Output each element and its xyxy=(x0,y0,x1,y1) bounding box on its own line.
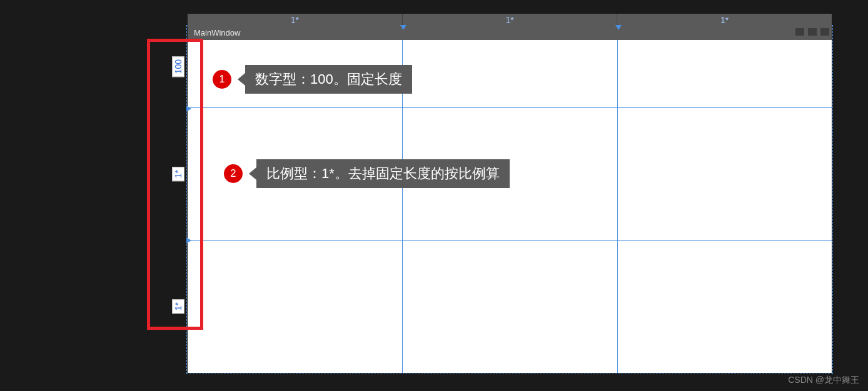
annotation-badge: 2 xyxy=(224,164,243,183)
col-header-0[interactable]: 1* xyxy=(188,14,403,26)
column-ruler[interactable]: 1* 1* 1* xyxy=(188,14,832,26)
grid-row-divider[interactable] xyxy=(188,240,832,241)
col-resize-marker-icon[interactable] xyxy=(615,25,622,30)
watermark: CSDN @龙中舞王 xyxy=(788,375,859,386)
row-resize-marker-icon[interactable] xyxy=(186,106,191,112)
close-icon[interactable] xyxy=(820,28,829,36)
callout-arrow-icon xyxy=(238,73,245,86)
row-label: 1* xyxy=(172,299,184,314)
annotation-callout-2: 2 比例型：1*。去掉固定长度的按比例算 xyxy=(224,159,510,188)
maximize-icon[interactable] xyxy=(808,28,817,36)
row-label: 1* xyxy=(172,167,184,181)
row-header-0[interactable]: 100 xyxy=(169,26,188,107)
col-header-1[interactable]: 1* xyxy=(403,14,618,26)
grid-row-divider[interactable] xyxy=(188,107,832,108)
row-header-2[interactable]: 1* xyxy=(169,240,188,374)
annotation-callout-1: 1 数字型：100。固定长度 xyxy=(213,65,412,94)
xaml-designer: 1* 1* 1* 100 1* 1* MainWindow 1 xyxy=(169,14,832,373)
grid-col-divider[interactable] xyxy=(617,40,618,373)
minimize-icon[interactable] xyxy=(795,28,804,36)
row-resize-marker-icon[interactable] xyxy=(186,237,191,244)
annotation-badge: 1 xyxy=(213,70,231,89)
window-title: MainWindow xyxy=(194,28,240,37)
callout-arrow-icon xyxy=(249,167,256,180)
col-header-2[interactable]: 1* xyxy=(617,14,832,26)
row-header-1[interactable]: 1* xyxy=(169,107,188,240)
col-resize-marker-icon[interactable] xyxy=(400,25,406,30)
annotation-text: 比例型：1*。去掉固定长度的按比例算 xyxy=(256,159,510,188)
annotation-text: 数字型：100。固定长度 xyxy=(245,65,412,94)
row-label: 100 xyxy=(172,56,184,77)
window-buttons xyxy=(795,28,829,36)
row-ruler[interactable]: 100 1* 1* xyxy=(169,26,188,373)
window-title-bar: MainWindow xyxy=(188,26,832,40)
